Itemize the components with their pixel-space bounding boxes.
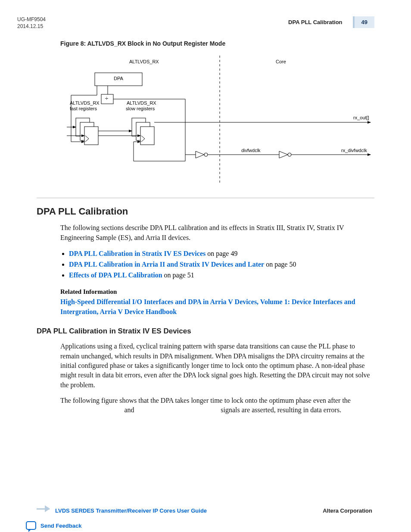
- label-rx-out: rx_out[]: [353, 115, 369, 120]
- feedback-link[interactable]: Send Feedback: [40, 523, 81, 529]
- svg-marker-28: [279, 151, 288, 158]
- toc-link-1[interactable]: DPA PLL Calibration in Stratix IV ES Dev…: [69, 250, 206, 257]
- label-divide: ÷: [105, 95, 108, 102]
- figure-diagram: ALTLVDS_RX Core DPA ÷ ALTLVDS_RX fast re…: [60, 56, 374, 193]
- section-heading-dpa-pll: DPA PLL Calibration: [37, 206, 411, 217]
- toc-link-3[interactable]: Effects of DPA PLL Calibration: [69, 271, 162, 279]
- label-divfwdclk: divfwdclk: [241, 148, 261, 153]
- svg-rect-8: [140, 127, 154, 145]
- doc-date: 2014.12.15: [17, 23, 46, 30]
- related-info-link[interactable]: High-Speed Differential I/O Interfaces a…: [60, 297, 374, 317]
- label-dpa: DPA: [114, 76, 123, 81]
- figure-caption: Figure 8: ALTLVDS_RX Block in No Output …: [60, 40, 411, 47]
- para3-part-c: signals are asserted, resulting in data …: [221, 406, 341, 414]
- page-header: UG-MF9504 2014.12.15 DPA PLL Calibration…: [0, 0, 411, 30]
- section-divider: [37, 198, 374, 198]
- label-fast-line1: ALTLVDS_RX: [70, 100, 100, 106]
- para3-code-2: [136, 406, 219, 414]
- para3-part-b: and: [125, 406, 136, 414]
- svg-point-29: [288, 153, 291, 156]
- feedback-icon[interactable]: [26, 521, 36, 530]
- subsection-heading: DPA PLL Calibration in Stratix IV ES Dev…: [37, 327, 411, 336]
- back-arrow-icon: [37, 508, 50, 510]
- toc-link-2[interactable]: DPA PLL Calibration in Arria II and Stra…: [69, 261, 264, 268]
- label-slow-line2: slow registers: [126, 106, 155, 111]
- label-fast-line2: fast registers: [70, 106, 97, 111]
- svg-point-26: [204, 153, 208, 156]
- doc-id: UG-MF9504: [17, 16, 46, 23]
- footer-guide-link[interactable]: LVDS SERDES Transmitter/Receiver IP Core…: [55, 507, 207, 514]
- svg-rect-5: [84, 127, 98, 145]
- svg-marker-25: [196, 151, 204, 158]
- label-rx-divfwdclk: rx_divfwdclk: [341, 148, 367, 153]
- list-item: DPA PLL Calibration in Stratix IV ES Dev…: [69, 249, 374, 259]
- label-slow-line1: ALTLVDS_RX: [127, 100, 156, 106]
- header-right: DPA PLL Calibration 49: [288, 16, 374, 28]
- para3-part-a: The following figure shows that the DPA …: [60, 397, 351, 404]
- paragraph-3: The following figure shows that the DPA …: [60, 396, 374, 415]
- related-info-heading: Related Information: [60, 288, 411, 296]
- label-altlvds-rx-top: ALTLVDS_RX: [129, 59, 159, 64]
- para3-code-1: [60, 406, 123, 414]
- footer-corp: Altera Corporation: [323, 507, 372, 514]
- page-footer: LVDS SERDES Transmitter/Receiver IP Core…: [0, 507, 411, 514]
- intro-paragraph: The following sections describe DPA PLL …: [60, 223, 374, 243]
- list-item: DPA PLL Calibration in Arria II and Stra…: [69, 259, 374, 270]
- header-section-title: DPA PLL Calibration: [288, 19, 342, 25]
- list-item: Effects of DPA PLL Calibration on page 5…: [69, 270, 374, 281]
- page-number-badge: 49: [353, 16, 374, 28]
- paragraph-2: Applications using a fixed, cyclical tra…: [60, 342, 374, 390]
- toc-suffix: on page 51: [162, 271, 194, 279]
- toc-suffix: on page 50: [264, 261, 296, 268]
- feedback-row: Send Feedback: [26, 521, 81, 530]
- toc-suffix: on page 49: [206, 250, 237, 257]
- header-meta: UG-MF9504 2014.12.15: [17, 16, 46, 30]
- toc-list: DPA PLL Calibration in Stratix IV ES Dev…: [69, 249, 374, 280]
- label-core: Core: [276, 59, 286, 64]
